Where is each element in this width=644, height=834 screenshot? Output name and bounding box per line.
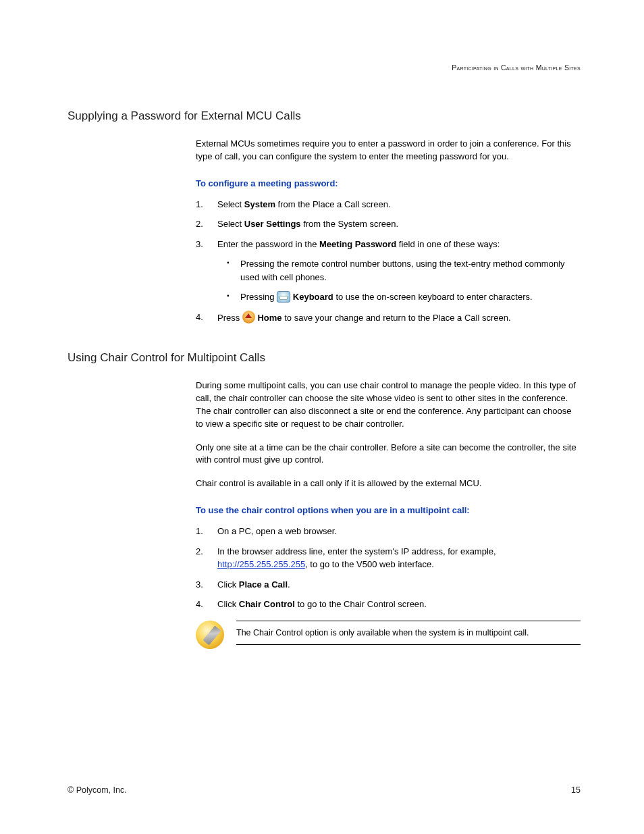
bold-term: Chair Control: [239, 599, 295, 609]
list-item: Click Place a Call.: [196, 578, 581, 592]
text: Press: [217, 313, 242, 323]
text: from the Place a Call screen.: [275, 199, 391, 209]
footer-page-number: 15: [571, 785, 581, 795]
text: Click: [217, 579, 239, 590]
text: to save your change and return to the Pl…: [282, 313, 511, 323]
text: Select: [217, 199, 244, 209]
running-header: Participating in Calls with Multiple Sit…: [68, 63, 581, 72]
text: to use the on-screen keyboard to enter c…: [333, 292, 533, 302]
list-item: Click Chair Control to go to the Chair C…: [196, 598, 581, 611]
text: In the browser address line, enter the s…: [217, 546, 496, 556]
text: , to go to the V500 web interface.: [305, 559, 434, 569]
text: Select: [217, 219, 244, 229]
list-item: Pressing the remote control number butto…: [227, 257, 581, 284]
intro-paragraph: External MCUs sometimes require you to e…: [196, 138, 581, 163]
bold-term: Keyboard: [293, 292, 333, 302]
bold-term: Home: [257, 313, 281, 323]
text: .: [288, 579, 290, 590]
note-block: The Chair Control option is only availab…: [196, 621, 581, 649]
paragraph: During some multipoint calls, you can us…: [196, 380, 581, 430]
list-item: In the browser address line, enter the s…: [196, 545, 581, 571]
note-icon: [196, 621, 224, 649]
footer-copyright: © Polycom, Inc.: [68, 785, 127, 795]
list-item: Press Home to save your change and retur…: [196, 311, 581, 325]
note-text: The Chair Control option is only availab…: [236, 621, 581, 645]
keyboard-icon: [277, 291, 290, 303]
heading-supplying-password: Supplying a Password for External MCU Ca…: [68, 109, 581, 123]
bold-term: Meeting Password: [319, 239, 396, 249]
list-item: Select User Settings from the System scr…: [196, 217, 581, 231]
paragraph: Only one site at a time can be the chair…: [196, 442, 581, 467]
list-item: On a PC, open a web browser.: [196, 525, 581, 538]
bold-term: Place a Call: [239, 579, 288, 590]
list-item: Pressing Keyboard to use the on-screen k…: [227, 290, 581, 304]
procedure-heading: To use the chair control options when yo…: [196, 505, 581, 515]
sub-list: Pressing the remote control number butto…: [227, 257, 581, 304]
procedure-heading: To configure a meeting password:: [196, 178, 581, 188]
list-item: Select System from the Place a Call scre…: [196, 198, 581, 211]
text: from the System screen.: [301, 219, 399, 229]
text: field in one of these ways:: [396, 239, 500, 249]
procedure-list: On a PC, open a web browser. In the brow…: [196, 525, 581, 611]
text: Click: [217, 599, 239, 609]
bold-term: System: [244, 199, 275, 209]
list-item: Enter the password in the Meeting Passwo…: [196, 238, 581, 304]
home-icon: [242, 311, 255, 323]
text: to go to the Chair Control screen.: [295, 599, 427, 609]
ip-link[interactable]: http://255.255.255.255: [217, 559, 305, 569]
paragraph: Chair control is available in a call onl…: [196, 477, 581, 490]
text: Pressing: [240, 292, 277, 302]
heading-chair-control: Using Chair Control for Multipoint Calls: [68, 351, 581, 365]
text: Enter the password in the: [217, 239, 319, 249]
bold-term: User Settings: [244, 219, 301, 229]
procedure-list: Select System from the Place a Call scre…: [196, 198, 581, 325]
page-footer: © Polycom, Inc. 15: [68, 785, 581, 795]
